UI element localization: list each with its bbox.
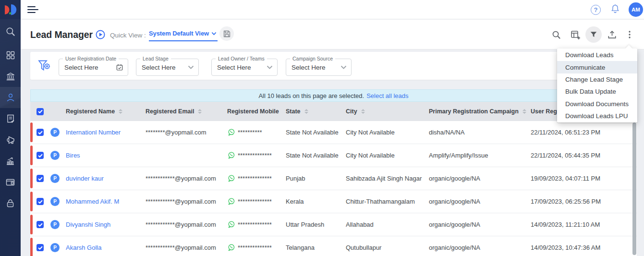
- sidebar-item-dashboard[interactable]: [0, 45, 21, 66]
- whatsapp-icon[interactable]: [227, 197, 235, 206]
- row-checkbox[interactable]: [36, 152, 44, 159]
- lead-name-link[interactable]: Divyanshi Singh: [66, 221, 146, 228]
- lead-email: ************@yopmail.com: [146, 175, 227, 182]
- lead-manager-app: ? AM Lead Manager Quick View : System De…: [0, 0, 644, 256]
- lead-name-link[interactable]: Bires: [66, 152, 146, 159]
- lead-city: City Not Available: [346, 152, 429, 159]
- lead-name-link[interactable]: Akarsh Golla: [66, 244, 146, 251]
- column-header-state[interactable]: State: [286, 108, 346, 115]
- menu-item[interactable]: Download Documents: [557, 98, 637, 110]
- more-options-icon[interactable]: [624, 29, 635, 40]
- lead-status-strip: [30, 122, 33, 142]
- sidebar-item-security[interactable]: [0, 193, 21, 214]
- sidebar-item-tasks[interactable]: [0, 108, 21, 129]
- select-all-checkbox[interactable]: [36, 108, 44, 115]
- export-icon[interactable]: [607, 29, 618, 40]
- sidebar-item-search[interactable]: [0, 21, 21, 42]
- row-checkbox[interactable]: [36, 244, 44, 251]
- row-checkbox[interactable]: [36, 221, 44, 228]
- chevron-down-icon[interactable]: [340, 65, 347, 70]
- whatsapp-icon[interactable]: [227, 128, 235, 136]
- lock-icon: [5, 198, 15, 208]
- app-logo[interactable]: [0, 0, 21, 19]
- sidebar-item-cards[interactable]: [0, 171, 21, 193]
- filter-field[interactable]: Lead Stage Select Here: [136, 59, 199, 76]
- play-icon[interactable]: [96, 30, 105, 41]
- search-leads-icon[interactable]: [551, 29, 562, 40]
- sidebar-item-reports[interactable]: [0, 150, 21, 171]
- lead-email: ************@yopmail.com: [146, 221, 227, 228]
- whatsapp-icon[interactable]: [227, 220, 235, 229]
- menu-item[interactable]: Download Leads: [557, 49, 637, 61]
- column-header-registered-email[interactable]: Registered Email: [146, 108, 227, 115]
- advanced-filter-icon[interactable]: [36, 58, 52, 76]
- lead-state: Telangana: [286, 244, 346, 251]
- calendar-icon[interactable]: [116, 63, 123, 71]
- lead-mobile: **************: [227, 197, 286, 206]
- chart-icon: [5, 156, 15, 166]
- select-all-leads-link[interactable]: Select all leads: [366, 92, 408, 99]
- quick-view-select[interactable]: System Default View: [149, 30, 218, 41]
- topbar: ? AM: [21, 0, 644, 19]
- lead-name-link[interactable]: duvinder kaur: [66, 175, 146, 182]
- table-row: P Mohammed Akif. M ************@yopmail.…: [30, 190, 637, 213]
- page-header: Lead Manager Quick View : System Default…: [21, 20, 644, 49]
- lead-city: Qutubullapur: [346, 244, 429, 251]
- lead-type-badge: P: [50, 197, 60, 206]
- whatsapp-icon[interactable]: [227, 174, 235, 183]
- row-checkbox[interactable]: [36, 175, 44, 182]
- menu-toggle-icon[interactable]: [27, 6, 39, 14]
- row-checkbox[interactable]: [36, 198, 44, 205]
- lead-registered-on: 22/11/2024, 05:44:35 PM: [531, 152, 637, 159]
- sidebar-item-institution[interactable]: [0, 66, 21, 87]
- menu-item[interactable]: Download Leads LPU: [557, 110, 637, 122]
- column-header-registered-mobile[interactable]: Registered Mobile: [227, 108, 286, 115]
- avatar[interactable]: AM: [629, 2, 643, 17]
- chevron-down-icon[interactable]: [188, 65, 194, 70]
- megaphone-icon: [5, 135, 15, 145]
- column-header-campaign[interactable]: Primary Registration Campaign: [429, 108, 531, 115]
- lead-status-strip: [30, 192, 33, 211]
- chevron-down-icon: [211, 32, 217, 36]
- lead-city: City Not Available: [346, 129, 429, 136]
- sidebar-item-leads[interactable]: [0, 87, 21, 108]
- lead-campaign: organic/google/NA: [429, 221, 531, 228]
- filter-field[interactable]: User Registration Date Select Here: [59, 59, 128, 76]
- lead-mobile: **************: [227, 244, 286, 252]
- vertical-scrollbar[interactable]: [632, 122, 636, 255]
- save-icon: [223, 30, 231, 38]
- lead-name-link[interactable]: Mohammed Akif. M: [66, 198, 146, 205]
- filter-button[interactable]: [585, 26, 602, 43]
- column-header-city[interactable]: City: [346, 108, 429, 115]
- help-icon[interactable]: ?: [591, 5, 601, 15]
- lead-name-link[interactable]: Internationl Number: [66, 129, 146, 136]
- menu-item[interactable]: Bulk Data Update: [557, 85, 637, 98]
- filter-field[interactable]: Lead Owner / Teams Select Here: [211, 59, 278, 76]
- search-icon: [5, 26, 16, 37]
- sidebar: [0, 0, 21, 256]
- save-view-button[interactable]: [219, 26, 234, 41]
- more-options-menu: Download Leads Communicate Change Lead S…: [557, 49, 637, 122]
- manage-columns-icon[interactable]: [570, 29, 581, 40]
- notifications-icon[interactable]: [610, 3, 620, 16]
- table-row: P duvinder kaur ************@yopmail.com…: [30, 167, 637, 190]
- window-icon: [5, 177, 15, 187]
- lead-type-badge: P: [50, 220, 60, 229]
- filter-field[interactable]: Campaign Source Select Here: [286, 59, 352, 76]
- lead-type-badge: P: [50, 151, 60, 160]
- column-header-registered-name[interactable]: Registered Name: [66, 108, 146, 115]
- lead-status-strip: [30, 215, 33, 234]
- lead-city: Allahabad: [346, 221, 429, 228]
- table-row: P Divyanshi Singh ************@yopmail.c…: [30, 213, 637, 236]
- lead-state: State Not Available: [286, 152, 346, 159]
- lead-city: Sahibzada Ajit Singh Nagar: [346, 175, 429, 182]
- lead-registered-on: 14/09/2023, 10:47:36 AM: [531, 244, 637, 251]
- row-checkbox[interactable]: [36, 129, 44, 136]
- whatsapp-icon[interactable]: [227, 151, 235, 159]
- whatsapp-icon[interactable]: [227, 244, 235, 252]
- menu-item[interactable]: Change Lead Stage: [557, 73, 637, 85]
- person-icon: [5, 92, 16, 103]
- sidebar-item-marketing[interactable]: [0, 129, 21, 150]
- chevron-down-icon[interactable]: [267, 65, 273, 70]
- menu-item[interactable]: Communicate: [557, 61, 637, 73]
